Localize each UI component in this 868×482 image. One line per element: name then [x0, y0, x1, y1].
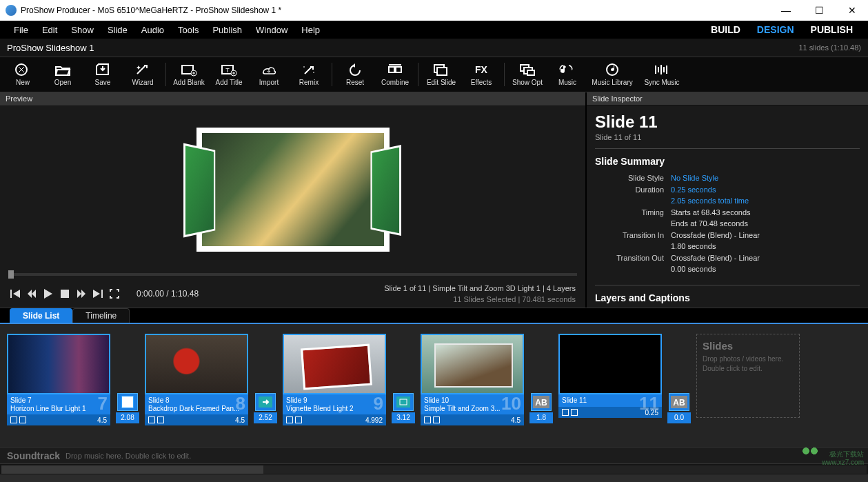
step-back-icon[interactable]: [26, 288, 37, 299]
slide-duration[interactable]: 4.5: [511, 416, 521, 424]
horizontal-scrollbar[interactable]: [0, 463, 868, 474]
transition-item[interactable]: 2.08: [116, 334, 139, 444]
slide-thumb[interactable]: [558, 334, 662, 394]
transition-icon[interactable]: [393, 393, 414, 411]
transition-item[interactable]: 2.52: [254, 334, 277, 444]
slide-item[interactable]: Slide 10Simple Tilt and Zoom 3...104.5: [421, 334, 524, 444]
preview-scrubber[interactable]: [0, 273, 585, 280]
menu-publish[interactable]: Publish: [205, 25, 249, 35]
slide-layers-icon[interactable]: [433, 416, 440, 423]
effects-button[interactable]: FXEffects: [461, 59, 501, 90]
slide-play-icon[interactable]: [286, 416, 293, 423]
add-title-button[interactable]: TAdd Title: [209, 59, 249, 90]
slide-number: 11: [639, 394, 659, 412]
main-toolbar: NewOpenSaveWizardAdd BlankTAdd TitleImpo…: [0, 57, 868, 92]
slide-thumb[interactable]: [283, 334, 386, 394]
menu-edit[interactable]: Edit: [35, 25, 64, 35]
slide-play-icon[interactable]: [562, 409, 569, 416]
menu-window[interactable]: Window: [249, 25, 294, 35]
transition-item[interactable]: 3.12: [392, 334, 415, 444]
open-button[interactable]: Open: [43, 59, 83, 90]
mode-design[interactable]: DESIGN: [749, 24, 803, 35]
transition-duration[interactable]: 0.0: [667, 412, 691, 423]
new-button[interactable]: New: [3, 59, 43, 90]
slide-layers-icon[interactable]: [19, 416, 26, 423]
stop-icon[interactable]: [59, 288, 70, 299]
sync-music-button[interactable]: Sync Music: [637, 59, 687, 90]
transition-icon[interactable]: [117, 393, 138, 411]
slide-layers-icon[interactable]: [157, 416, 164, 423]
transition-duration[interactable]: 3.12: [392, 412, 415, 423]
fullscreen-icon[interactable]: [109, 288, 120, 299]
project-name: ProShow Slideshow 1: [7, 43, 94, 53]
go-end-icon[interactable]: [92, 288, 103, 299]
slide-duration[interactable]: 4.992: [365, 416, 383, 424]
slide-play-icon[interactable]: [424, 416, 431, 423]
step-fwd-icon[interactable]: [76, 288, 87, 299]
slides-dropzone[interactable]: SlidesDrop photos / videos here.Double c…: [696, 334, 800, 418]
slide-item[interactable]: Slide 11110.25: [558, 334, 662, 444]
edit-slide-button[interactable]: Edit Slide: [421, 59, 461, 90]
soundtrack-bar[interactable]: Soundtrack Drop music here. Double click…: [0, 447, 868, 463]
play-icon[interactable]: [43, 288, 54, 299]
slide-item[interactable]: Slide 8Backdrop Dark Framed Pan...84.5: [145, 334, 248, 444]
add-blank-button[interactable]: Add Blank: [169, 59, 209, 90]
transition-duration[interactable]: 2.08: [116, 412, 139, 423]
mode-build[interactable]: BUILD: [703, 24, 749, 35]
insp-style-link[interactable]: No Slide Style: [671, 174, 718, 182]
menu-audio[interactable]: Audio: [134, 25, 171, 35]
go-start-icon[interactable]: [10, 288, 21, 299]
mode-publish[interactable]: PUBLISH: [803, 24, 861, 35]
watermark: 极光下载站 www.xz7.com: [800, 445, 864, 467]
music-button[interactable]: Music: [547, 59, 587, 90]
slide-duration[interactable]: 4.5: [97, 416, 107, 424]
menu-help[interactable]: Help: [294, 25, 327, 35]
remix-button[interactable]: Remix: [289, 59, 329, 90]
svg-text:AB: AB: [673, 398, 685, 408]
maximize-button[interactable]: ☐: [809, 5, 829, 16]
import-button[interactable]: Import: [249, 59, 289, 90]
reset-button[interactable]: Reset: [335, 59, 375, 90]
slide-thumb[interactable]: [145, 334, 248, 394]
transition-icon[interactable]: AB: [531, 393, 552, 411]
insp-style-label: Slide Style: [595, 172, 671, 184]
insp-duration-link1[interactable]: 0.25 seconds: [671, 185, 716, 194]
slide-item[interactable]: Slide 9Vignette Blend Light 294.992: [283, 334, 386, 444]
show-opt-button[interactable]: Show Opt: [507, 59, 547, 90]
slide-layers-icon[interactable]: [295, 416, 302, 423]
slide-style: Horizon Line Blur Light 1: [7, 405, 110, 414]
wizard-button[interactable]: Wizard: [123, 59, 163, 90]
save-button[interactable]: Save: [83, 59, 123, 90]
slide-thumb[interactable]: [421, 334, 524, 394]
transition-duration[interactable]: 1.8: [529, 412, 553, 423]
music-library-button[interactable]: Music Library: [587, 59, 637, 90]
save-icon: [94, 63, 111, 77]
menu-slide[interactable]: Slide: [101, 25, 134, 35]
transition-duration[interactable]: 2.52: [254, 412, 277, 423]
show-opt-icon: [519, 63, 536, 77]
transition-item[interactable]: AB1.8: [529, 334, 553, 444]
slide-layers-icon[interactable]: [571, 409, 578, 416]
transition-item[interactable]: AB0.0: [667, 334, 691, 444]
menu-show[interactable]: Show: [64, 25, 101, 35]
transition-icon[interactable]: AB: [669, 393, 689, 411]
slide-play-icon[interactable]: [10, 416, 17, 423]
close-button[interactable]: ✕: [842, 5, 862, 16]
tab-slide-list[interactable]: Slide List: [10, 308, 72, 323]
preview-viewport[interactable]: [0, 106, 585, 273]
menu-tools[interactable]: Tools: [171, 25, 205, 35]
slide-thumb[interactable]: [7, 334, 110, 394]
slide-item[interactable]: Slide 7Horizon Line Blur Light 174.5: [7, 334, 110, 444]
preview-header: Preview: [0, 92, 585, 106]
insp-duration-link2[interactable]: 2.05 seconds total time: [671, 197, 749, 205]
dropzone-text: Drop photos / videos here.Double click t…: [703, 354, 794, 374]
minimize-button[interactable]: —: [776, 5, 796, 16]
transition-icon[interactable]: [255, 393, 276, 411]
slide-duration[interactable]: 4.5: [235, 416, 245, 424]
tab-timeline[interactable]: Timeline: [72, 308, 130, 323]
slide-play-icon[interactable]: [148, 416, 155, 423]
combine-button[interactable]: Combine: [375, 59, 415, 90]
toolbar-label: Open: [54, 79, 71, 86]
watermark-logo-icon: [800, 445, 827, 456]
menu-file[interactable]: File: [7, 25, 35, 35]
